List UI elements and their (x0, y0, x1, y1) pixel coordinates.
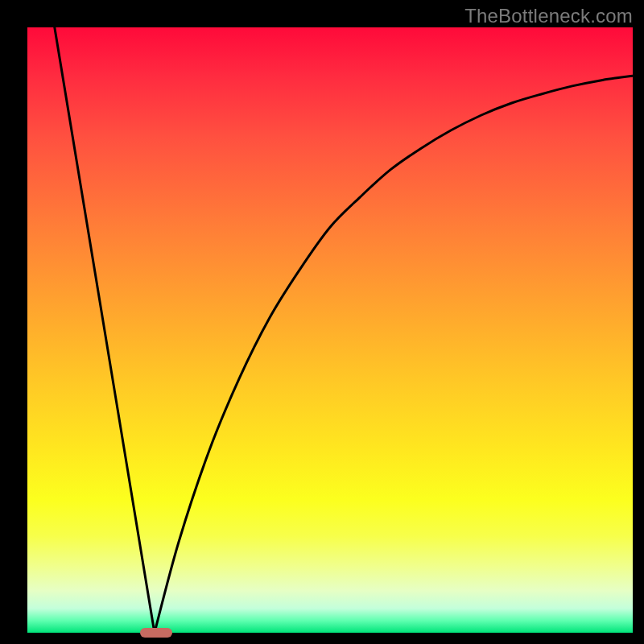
curve-left-branch (55, 27, 155, 633)
watermark-text: TheBottleneck.com (464, 5, 633, 27)
curve-layer (27, 27, 633, 633)
curve-right-branch (155, 76, 633, 633)
optimum-marker (140, 628, 172, 638)
plot-area (27, 27, 633, 633)
chart-frame: TheBottleneck.com (0, 0, 644, 644)
